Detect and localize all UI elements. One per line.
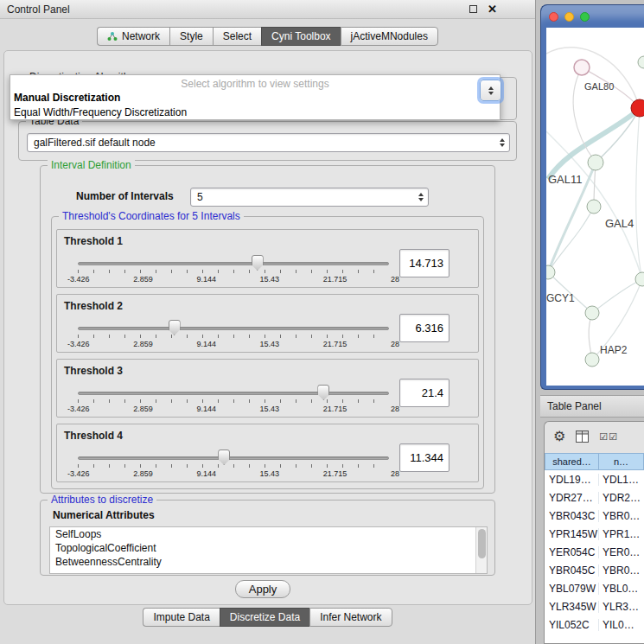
bottom-tabbar: Impute Data Discretize Data Infer Networ… bbox=[0, 608, 535, 627]
list-item[interactable]: TopologicalCoefficient bbox=[50, 541, 487, 555]
stepper-up-icon bbox=[488, 86, 494, 90]
slider-track[interactable] bbox=[78, 456, 389, 460]
attributes-group-title: Attributes to discretize bbox=[48, 494, 156, 506]
tab-cyni-toolbox[interactable]: Cyni Toolbox bbox=[261, 27, 340, 46]
algorithm-placeholder: Select algorithm to view settings bbox=[10, 75, 500, 91]
interval-group-title: Interval Definition bbox=[48, 159, 135, 171]
num-intervals-combo[interactable]: 5 bbox=[190, 188, 429, 207]
numerical-attributes-list[interactable]: SelfLoopsTopologicalCoefficientBetweenne… bbox=[49, 526, 488, 574]
table-row[interactable]: YPR145W YPR1… bbox=[545, 525, 644, 543]
gene-node-hap2[interactable] bbox=[585, 353, 599, 367]
slider-track[interactable] bbox=[78, 327, 389, 330]
slider-ticks bbox=[78, 270, 389, 273]
list-item[interactable]: BetweennessCentrality bbox=[50, 555, 487, 569]
slider-ticks bbox=[78, 335, 389, 338]
threshold-1-label: Threshold 1 bbox=[64, 235, 123, 247]
tab-infer-network[interactable]: Infer Network bbox=[309, 608, 392, 627]
panel-title: Control Panel bbox=[7, 3, 70, 16]
slider-thumb[interactable] bbox=[218, 450, 230, 465]
control-panel-window: Control Panel ✕ Network Style Select Cyn… bbox=[0, 0, 536, 644]
top-tabbar: Network Style Select Cyni Toolbox jActiv… bbox=[0, 27, 535, 46]
threshold-4-label: Threshold 4 bbox=[64, 430, 123, 442]
slider-tick-labels: -3.4262.8599.14415.4321.71528 bbox=[67, 469, 399, 478]
threshold-3-slider[interactable] bbox=[78, 386, 389, 405]
window-traffic-lights bbox=[549, 12, 590, 22]
gene-node-gal11[interactable] bbox=[588, 155, 603, 170]
close-window-icon[interactable] bbox=[549, 12, 558, 22]
table-row[interactable]: YDR27… YDR2… bbox=[545, 488, 644, 507]
tab-select[interactable]: Select bbox=[213, 27, 261, 46]
interval-definition-group: Interval Definition Number of Intervals … bbox=[40, 165, 495, 494]
table-data-combo[interactable]: galFiltered.sif default node bbox=[27, 133, 510, 152]
gene-table-rows: YDL19… YDL1… YDR27… YDR2… YBR043C YBR0… … bbox=[545, 470, 644, 643]
num-intervals-label: Number of Intervals bbox=[76, 190, 174, 202]
table-row[interactable]: YBL079W YBL0… bbox=[545, 579, 644, 597]
tab-label: Network bbox=[122, 30, 160, 42]
slider-ticks bbox=[78, 399, 389, 403]
numerical-attributes-label: Numerical Attributes bbox=[53, 509, 155, 521]
algorithm-combo-stepper[interactable] bbox=[480, 80, 501, 101]
gene-node-gal4[interactable] bbox=[587, 200, 601, 214]
node-label-gcy1: GCY1 bbox=[546, 292, 575, 304]
close-icon[interactable]: ✕ bbox=[488, 3, 497, 15]
threshold-4-value-field[interactable] bbox=[399, 443, 450, 472]
gene-node-gal80[interactable] bbox=[574, 60, 590, 75]
threshold-3-value-field[interactable] bbox=[399, 379, 450, 407]
threshold-4-slider[interactable] bbox=[78, 450, 389, 469]
stepper-down-icon bbox=[488, 92, 494, 95]
table-row[interactable]: YER054C YER0… bbox=[545, 543, 644, 561]
slider-thumb[interactable] bbox=[317, 385, 329, 400]
network-canvas[interactable]: GAL80 GAL11 GAL4 GCY1 HAP2 bbox=[546, 28, 644, 386]
threshold-3-label: Threshold 3 bbox=[64, 365, 123, 377]
gene-node[interactable] bbox=[638, 56, 644, 68]
column-header-shared[interactable]: shared… bbox=[545, 453, 599, 470]
table-toolbar: ⚙ ☑☑ bbox=[545, 422, 644, 451]
slider-track[interactable] bbox=[78, 262, 389, 265]
table-row[interactable]: YIL052C YIL0… bbox=[545, 615, 644, 634]
threshold-4-box: Threshold 4 -3.4262.8599.14415.4321.7152… bbox=[56, 424, 479, 482]
thresholds-group: Threshold's Coordinates for 5 Intervals … bbox=[51, 216, 484, 489]
slider-thumb[interactable] bbox=[252, 255, 264, 271]
tab-discretize-data[interactable]: Discretize Data bbox=[220, 608, 309, 627]
threshold-1-value-field[interactable] bbox=[399, 249, 450, 277]
slider-tick-labels: -3.4262.8599.14415.4321.71528 bbox=[67, 340, 399, 348]
zoom-window-icon[interactable] bbox=[580, 12, 590, 22]
gene-node[interactable] bbox=[635, 272, 644, 286]
combo-stepper-icon bbox=[418, 193, 424, 201]
dropdown-option-equal-width[interactable]: Equal Width/Frequency Discretization bbox=[10, 105, 500, 120]
table-row[interactable]: YBR045C YBR0… bbox=[545, 561, 644, 579]
tab-jactivemnodules[interactable]: jActiveMNodules bbox=[341, 27, 438, 46]
highlighted-node[interactable] bbox=[631, 99, 644, 117]
select-columns-icon[interactable]: ☑☑ bbox=[599, 431, 618, 443]
tab-impute-data[interactable]: Impute Data bbox=[143, 608, 219, 627]
node-label-gal4: GAL4 bbox=[605, 217, 634, 230]
gene-node[interactable] bbox=[585, 306, 599, 320]
table-row[interactable]: YLR345W YLR3… bbox=[545, 597, 644, 615]
node-table-window: ⚙ ☑☑ shared… n… YDL19… YDL1… YDR27… YDR2… bbox=[544, 421, 644, 644]
table-data-group: Table Data galFiltered.sif default node bbox=[18, 121, 517, 161]
scrollbar-thumb[interactable] bbox=[478, 529, 486, 558]
apply-button[interactable]: Apply bbox=[235, 580, 290, 598]
network-icon bbox=[107, 31, 118, 41]
list-scrollbar[interactable] bbox=[475, 527, 487, 573]
table-row[interactable]: YDL19… YDL1… bbox=[545, 470, 644, 488]
dropdown-option-manual[interactable]: Manual Discretization bbox=[10, 91, 500, 105]
table-panel-header: Table Panel bbox=[540, 395, 644, 418]
table-row[interactable]: YBR043C YBR0… bbox=[545, 507, 644, 525]
threshold-2-slider[interactable] bbox=[78, 321, 389, 340]
column-header-name[interactable]: n… bbox=[599, 453, 644, 470]
slider-thumb[interactable] bbox=[169, 320, 181, 335]
threshold-2-value-field[interactable] bbox=[399, 314, 450, 342]
gear-icon[interactable]: ⚙ bbox=[553, 430, 565, 443]
tab-style[interactable]: Style bbox=[169, 27, 213, 46]
slider-track[interactable] bbox=[78, 392, 389, 395]
columns-icon[interactable] bbox=[576, 430, 589, 443]
node-label-gal11: GAL11 bbox=[548, 173, 583, 186]
float-window-icon[interactable] bbox=[469, 5, 477, 13]
threshold-1-slider[interactable] bbox=[78, 256, 389, 275]
tab-network[interactable]: Network bbox=[97, 27, 169, 46]
table-header-row: shared… n… bbox=[545, 453, 644, 470]
minimize-window-icon[interactable] bbox=[564, 12, 574, 22]
slider-ticks bbox=[78, 464, 389, 468]
list-item[interactable]: SelfLoops bbox=[50, 527, 487, 541]
